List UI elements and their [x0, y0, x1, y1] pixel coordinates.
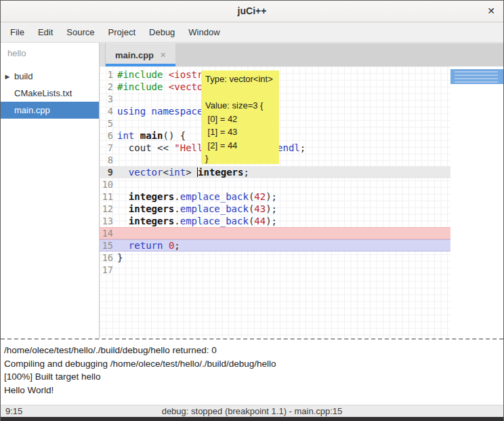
code-line-16[interactable]: 16} [100, 252, 450, 264]
code-line-17[interactable]: 17 [100, 264, 450, 276]
sidebar-item-build[interactable]: ▶build [1, 68, 99, 85]
main-area: hello ▶buildCMakeLists.txtmain.cpp main.… [1, 43, 503, 338]
code-editor[interactable]: 1#include <iostream>2#include <vector>34… [100, 66, 450, 338]
code-text: #include <iostream> [117, 68, 450, 81]
tabbar-left-pad [100, 43, 106, 66]
code-text: integers.emplace_back(43); [117, 203, 450, 215]
code-line-9[interactable]: 9 vector<int> integers; [100, 166, 450, 178]
code-text: cout << "Hello World!" << endl; [117, 142, 450, 154]
terminal-line: Hello World! [4, 384, 503, 397]
menu-bar: FileEditSourceProjectDebugWindow [1, 22, 503, 43]
code-line-13[interactable]: 13 integers.emplace_back(44); [100, 215, 450, 227]
tooltip-value-line: [2] = 44 [205, 139, 279, 153]
line-number[interactable]: 10 [100, 178, 117, 191]
menu-item-edit[interactable]: Edit [31, 24, 60, 41]
window-bottom-edge [1, 417, 503, 421]
app-window: juCi++ ✕ FileEditSourceProjectDebugWindo… [0, 0, 504, 421]
tree-item-label: build [12, 71, 33, 81]
terminal-line: [100%] Built target hello [4, 370, 503, 384]
line-number[interactable]: 2 [100, 81, 117, 93]
code-text [117, 154, 450, 166]
tab-label: main.cpp [115, 50, 154, 60]
line-number[interactable]: 12 [100, 203, 117, 215]
window-title: juCi++ [1, 5, 503, 16]
code-text [117, 227, 450, 239]
line-number[interactable]: 5 [100, 117, 117, 129]
code-text [117, 93, 450, 105]
code-text: int main() { [117, 129, 450, 142]
debug-value-tooltip: Type: vector<int> Value: size=3 { [0] = … [201, 71, 279, 164]
code-text: integers.emplace_back(44); [117, 215, 450, 227]
tab-main-cpp[interactable]: main.cpp✕ [106, 43, 175, 66]
line-number[interactable]: 6 [100, 129, 117, 142]
code-text: integers.emplace_back(42); [117, 191, 450, 203]
tooltip-value-line: Value: size=3 { [205, 99, 279, 113]
tooltip-value-line: } [205, 152, 279, 165]
project-name: hello [1, 43, 99, 62]
line-number[interactable]: 8 [100, 154, 117, 166]
menu-item-project[interactable]: Project [102, 24, 142, 41]
code-text [117, 117, 450, 129]
menu-item-file[interactable]: File [3, 24, 31, 41]
terminal-output: /home/olece/test/hello/./build/debug/hel… [1, 338, 503, 405]
tooltip-type-line: Type: vector<int> [205, 73, 279, 86]
code-line-12[interactable]: 12 integers.emplace_back(43); [100, 203, 450, 215]
line-number[interactable]: 7 [100, 142, 117, 154]
editor-right-column [450, 66, 503, 338]
line-number[interactable]: 16 [100, 252, 117, 264]
close-icon[interactable]: ✕ [487, 5, 495, 16]
code-line-15[interactable]: 15 return 0; [100, 239, 450, 252]
code-text: #include <vector> [117, 81, 450, 93]
editor-column: main.cpp✕ 1#include <iostream>2#include … [100, 43, 503, 338]
sidebar-item-main-cpp[interactable]: main.cpp [1, 102, 99, 119]
code-text [117, 178, 450, 191]
tooltip-value-line: [1] = 43 [205, 125, 279, 139]
code-text: return 0; [117, 239, 450, 252]
line-number[interactable]: 14 [100, 227, 117, 239]
sidebar-item-cmakelists-txt[interactable]: CMakeLists.txt [1, 85, 99, 102]
code-line-11[interactable]: 11 integers.emplace_back(42); [100, 191, 450, 203]
expander-icon[interactable]: ▶ [1, 73, 12, 80]
line-number[interactable]: 1 [100, 68, 117, 81]
file-browser: hello ▶buildCMakeLists.txtmain.cpp [1, 43, 100, 338]
scroll-overview-box[interactable] [450, 69, 503, 84]
tab-bar: main.cpp✕ [100, 43, 503, 66]
tab-close-icon[interactable]: ✕ [160, 51, 166, 60]
line-number[interactable]: 11 [100, 191, 117, 203]
terminal-line: /home/olece/test/hello/./build/debug/hel… [4, 344, 503, 357]
line-number[interactable]: 13 [100, 215, 117, 227]
line-number[interactable]: 9 [100, 166, 117, 178]
menu-item-debug[interactable]: Debug [142, 24, 182, 41]
line-number[interactable]: 3 [100, 93, 117, 105]
code-line-14[interactable]: 14 [100, 227, 450, 239]
tooltip-value-line: [0] = 42 [205, 113, 279, 126]
debug-status: debug: stopped (breakpoint 1.1) - main.c… [1, 406, 503, 416]
file-tree: ▶buildCMakeLists.txtmain.cpp [1, 68, 99, 119]
line-number[interactable]: 17 [100, 264, 117, 276]
menu-item-window[interactable]: Window [182, 24, 226, 41]
code-line-10[interactable]: 10 [100, 178, 450, 191]
code-text [117, 264, 450, 276]
line-number[interactable]: 15 [100, 239, 117, 252]
tree-item-label: main.cpp [12, 105, 50, 115]
code-text: using namespace std; [117, 105, 450, 117]
line-number[interactable]: 4 [100, 105, 117, 117]
menu-item-source[interactable]: Source [60, 24, 101, 41]
status-bar: 9:15 debug: stopped (breakpoint 1.1) - m… [1, 405, 503, 417]
tree-item-label: CMakeLists.txt [12, 88, 72, 98]
code-text: vector<int> integers; [117, 166, 450, 178]
terminal-line: Compiling and debugging /home/olece/test… [4, 357, 503, 371]
title-bar: juCi++ ✕ [1, 1, 503, 22]
code-text: } [117, 252, 450, 264]
